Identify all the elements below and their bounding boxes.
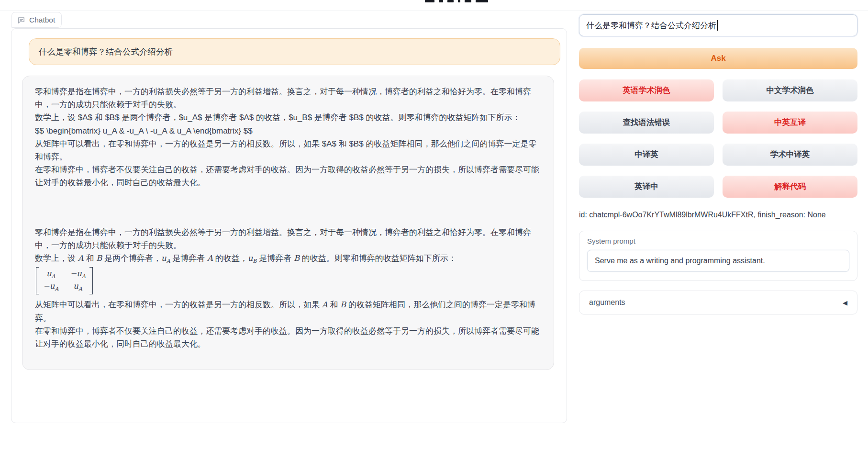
matrix-left-bracket [36, 267, 39, 294]
accordion-collapse-icon: ◀ [843, 299, 847, 306]
user-message-text: 什么是零和博弈？结合公式介绍分析 [39, 47, 173, 56]
text-caret [717, 20, 718, 31]
response-status-text: id: chatcmpl-6wOo7KrYTwMl89lbrMWRu4UkFFX… [579, 211, 857, 219]
chatbot-label-text: Chatbot [29, 16, 55, 24]
chat-bubble-icon [17, 16, 25, 24]
paragraph-gap [35, 190, 541, 226]
arguments-accordion[interactable]: arguments ◀ [579, 291, 857, 314]
quick-button-english-polish[interactable]: 英语学术润色 [579, 79, 714, 101]
matrix-body: uA−uA−uAuA [39, 267, 89, 294]
question-input-value: 什么是零和博弈？结合公式介绍分析 [586, 20, 716, 31]
bot-paragraph-rendered-2: 数学上，设 A 和 B 是两个博弈者，uA 是博弈者 A 的收益，uB 是博弈者… [35, 252, 541, 266]
matrix-cell: −uA [43, 281, 58, 293]
quick-button-explain-code[interactable]: 解释代码 [723, 176, 857, 198]
system-prompt-group: System prompt Serve me as a writing and … [579, 231, 857, 281]
quick-button-chinese-polish[interactable]: 中文学术润色 [723, 79, 857, 101]
quick-button-zh-en-mutual[interactable]: 中英互译 [723, 112, 857, 134]
question-input[interactable]: 什么是零和博弈？结合公式介绍分析 [579, 14, 857, 36]
chatbot-panel: Chatbot 什么是零和博弈？结合公式介绍分析 零和博弈是指在博弈中，一方的利… [11, 28, 567, 423]
chatbot-label: Chatbot [11, 12, 62, 28]
bot-paragraph-rendered-3: 从矩阵中可以看出，在零和博弈中，一方的收益是另一方的相反数。所以，如果 A 和 … [35, 298, 541, 325]
quick-button-academic-zh-en[interactable]: 学术中译英 [723, 144, 857, 166]
controls-column: 什么是零和博弈？结合公式介绍分析 Ask 英语学术润色 中文学术润色 查找语法错… [579, 14, 857, 314]
ask-button[interactable]: Ask [579, 48, 857, 69]
clipped-page-title [425, 0, 488, 4]
matrix-cell: uA [70, 281, 85, 293]
arguments-accordion-label: arguments [589, 298, 625, 307]
math-matrix: uA−uA−uAuA [36, 267, 93, 294]
matrix-cell: −uA [70, 269, 85, 280]
bot-paragraph-rendered-1: 零和博弈是指在博弈中，一方的利益损失必然等于另一方的利益增益。换言之，对于每一种… [35, 226, 541, 252]
quick-button-zh-to-en[interactable]: 中译英 [579, 144, 714, 166]
bot-paragraph-raw-latex: $$ \begin{bmatrix} u_A & -u_A \ -u_A & u… [35, 124, 541, 137]
bot-paragraph-raw-3: 从矩阵中可以看出，在零和博弈中，一方的收益是另一方的相反数。所以，如果 $A$ … [35, 137, 541, 163]
bot-paragraph-rendered-4: 在零和博弈中，博弈者不仅要关注自己的收益，还需要考虑对手的收益。因为一方取得的收… [35, 325, 541, 350]
bot-paragraph-raw-2: 数学上，设 $A$ 和 $B$ 是两个博弈者，$u_A$ 是博弈者 $A$ 的收… [35, 111, 541, 124]
system-prompt-label: System prompt [587, 237, 849, 245]
bot-message-bubble: 零和博弈是指在博弈中，一方的利益损失必然等于另一方的利益增益。换言之，对于每一种… [22, 76, 554, 370]
quick-buttons-grid: 英语学术润色 中文学术润色 查找语法错误 中英互译 中译英 学术中译英 英译中 … [579, 79, 857, 198]
quick-button-en-to-zh[interactable]: 英译中 [579, 176, 714, 198]
bot-paragraph-raw-4: 在零和博弈中，博弈者不仅要关注自己的收益，还需要考虑对手的收益。因为一方取得的收… [35, 163, 541, 189]
bot-paragraph-raw-1: 零和博弈是指在博弈中，一方的利益损失必然等于另一方的利益增益。换言之，对于每一种… [35, 85, 541, 111]
system-prompt-input[interactable]: Serve me as a writing and programming as… [587, 250, 849, 272]
matrix-right-bracket [89, 267, 93, 294]
header-divider [0, 11, 868, 11]
matrix-cell: uA [43, 269, 58, 280]
user-message-bubble: 什么是零和博弈？结合公式介绍分析 [29, 38, 560, 65]
quick-button-grammar-check[interactable]: 查找语法错误 [579, 112, 714, 134]
